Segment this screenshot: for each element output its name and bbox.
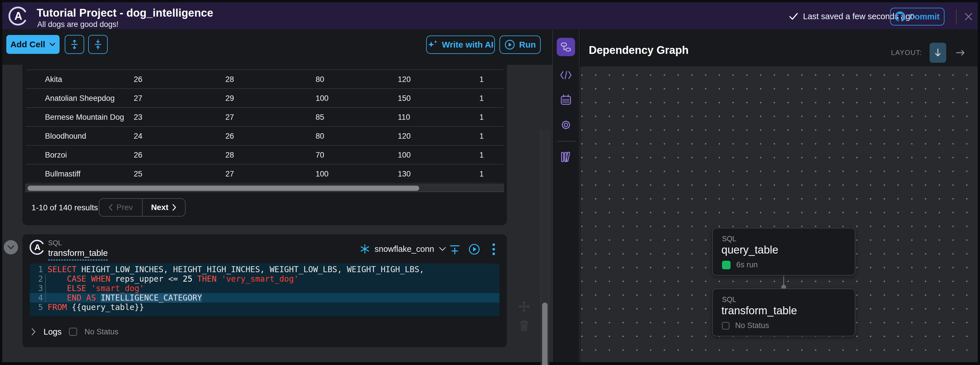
- results-card: Akita2628801201Anatolian Sheepdog2729100…: [22, 65, 507, 225]
- table-cell: 27: [225, 169, 234, 178]
- close-icon[interactable]: [962, 10, 975, 23]
- node-name: transform_table: [721, 304, 797, 317]
- table-cell: 25: [134, 169, 142, 178]
- success-status-badge: [722, 261, 730, 269]
- chevron-down-icon: [7, 245, 14, 250]
- layout-horizontal-button[interactable]: [954, 46, 967, 60]
- table-cell: 100: [316, 169, 328, 178]
- notebook-toolbar: Add Cell Write with AI: [2, 29, 552, 65]
- rail-item-library[interactable]: [557, 148, 575, 166]
- next-label: Next: [151, 203, 169, 212]
- layout-label: LAYOUT:: [891, 49, 922, 57]
- line-number: 5: [30, 303, 43, 312]
- table-row: Anatolian Sheepdog27291001501: [26, 89, 503, 107]
- table-cell: 26: [134, 75, 142, 84]
- no-status-checkbox[interactable]: [69, 328, 77, 336]
- rail-item-code[interactable]: [557, 66, 575, 84]
- move-cell-icon[interactable]: [518, 300, 530, 313]
- rail-divider: [557, 141, 576, 142]
- cell-collapse-toggle[interactable]: [4, 240, 18, 254]
- cell-menu-button[interactable]: [487, 243, 500, 255]
- pagination: Prev Next: [99, 198, 186, 217]
- table-row: Bloodhound2426801201: [26, 126, 503, 145]
- run-cell-button[interactable]: [468, 243, 480, 255]
- sql-code-editor[interactable]: 1SELECT HEIGHT_LOW_INCHES, HEIGHT_HIGH_I…: [30, 264, 500, 316]
- code-line: 2 CASE WHEN reps_upper <= 25 THEN 'very_…: [30, 274, 500, 284]
- svg-text:A: A: [34, 242, 41, 252]
- rail-item-schedule[interactable]: [557, 91, 575, 109]
- delete-cell-icon[interactable]: [519, 319, 530, 332]
- table-cell: 27: [134, 94, 142, 102]
- table-row: Bernese Mountain Dog2327851101: [26, 107, 503, 126]
- header: A Tutorial Project - dog_intelligence Al…: [2, 2, 978, 29]
- code-icon: [560, 70, 572, 80]
- page-title: Tutorial Project - dog_intelligence: [37, 7, 213, 19]
- table-cell: Anatolian Sheepdog: [45, 94, 115, 102]
- rail-item-settings[interactable]: [557, 116, 575, 134]
- expand-all-cells-button[interactable]: [65, 35, 84, 54]
- gear-icon: [560, 119, 572, 131]
- node-status: 6s run: [722, 260, 758, 269]
- notebook-scroll-area: Akita2628801201Anatolian Sheepdog2729100…: [2, 65, 552, 362]
- add-cell-button[interactable]: Add Cell: [6, 35, 60, 54]
- sparkles-icon: [428, 40, 438, 50]
- scrollbar-thumb[interactable]: [542, 303, 547, 365]
- logs-label[interactable]: Logs: [43, 327, 62, 336]
- notebook-vertical-scrollbar[interactable]: [541, 129, 549, 365]
- table-cell: Bullmastiff: [45, 169, 81, 178]
- table-cell: 110: [398, 113, 410, 121]
- write-with-ai-button[interactable]: Write with AI: [426, 35, 495, 54]
- connection-selector[interactable]: snowflake_conn: [360, 242, 446, 255]
- line-number: 3: [30, 284, 43, 293]
- expand-vertical-icon: [70, 39, 79, 49]
- collapse-vertical-icon: [93, 39, 102, 49]
- prev-page-button[interactable]: Prev: [99, 199, 143, 216]
- chevron-down-icon: [49, 42, 56, 46]
- saved-check-icon: [789, 12, 799, 21]
- add-cell-below-button[interactable]: [449, 243, 461, 255]
- graph-canvas[interactable]: SQL query_table 6s run SQL transform_tab…: [580, 67, 978, 362]
- cell-name[interactable]: transform_table: [48, 248, 108, 260]
- node-status-text: No Status: [735, 321, 769, 330]
- table-cell: 1: [479, 75, 484, 84]
- node-status: No Status: [722, 321, 769, 330]
- no-status-checkbox[interactable]: [722, 322, 729, 330]
- chevron-right-icon: [172, 204, 177, 211]
- scrollbar-thumb[interactable]: [27, 186, 419, 191]
- calendar-icon: [560, 94, 572, 105]
- arrow-down-icon: [934, 48, 941, 57]
- node-type-label: SQL: [722, 295, 736, 304]
- graph-node-query-table[interactable]: SQL query_table 6s run: [712, 228, 856, 276]
- table-cell: 29: [225, 94, 234, 102]
- code-line: 1SELECT HEIGHT_LOW_INCHES, HEIGHT_HIGH_I…: [30, 265, 500, 274]
- node-status-text: 6s run: [736, 260, 758, 269]
- table-horizontal-scrollbar[interactable]: [25, 185, 504, 192]
- table-cell: 28: [225, 150, 234, 159]
- table-cell: 1: [479, 150, 484, 159]
- table-cell: Bloodhound: [45, 132, 86, 140]
- rail-item-dependency-graph[interactable]: [557, 38, 575, 56]
- collapse-all-cells-button[interactable]: [88, 35, 108, 54]
- view-switcher-rail: [552, 29, 580, 362]
- dependency-graph-panel: Dependency Graph LAYOUT: SQL query_table: [580, 29, 978, 362]
- layout-vertical-button[interactable]: [930, 43, 946, 63]
- table-cell: 24: [134, 132, 142, 140]
- graph-node-transform-table[interactable]: SQL transform_table No Status: [712, 288, 856, 336]
- cell-side-actions: [518, 300, 531, 335]
- next-page-button[interactable]: Next: [143, 199, 185, 216]
- commit-button[interactable]: Commit: [890, 8, 945, 26]
- header-divider: [956, 9, 956, 25]
- table-cell: 100: [398, 150, 410, 159]
- github-icon: [895, 11, 905, 22]
- cell-type-label: SQL: [48, 239, 62, 247]
- table-cell: 1: [479, 132, 484, 140]
- commit-label: Commit: [909, 12, 940, 21]
- run-button[interactable]: Run: [500, 35, 541, 54]
- play-circle-icon: [504, 39, 515, 50]
- node-type-label: SQL: [722, 234, 736, 243]
- table-cell: Akita: [45, 75, 62, 84]
- code-line: 3 ELSE 'smart_dog': [30, 284, 500, 293]
- line-number: 4: [30, 293, 43, 303]
- run-label: Run: [519, 40, 536, 49]
- chevron-right-icon[interactable]: [31, 327, 36, 336]
